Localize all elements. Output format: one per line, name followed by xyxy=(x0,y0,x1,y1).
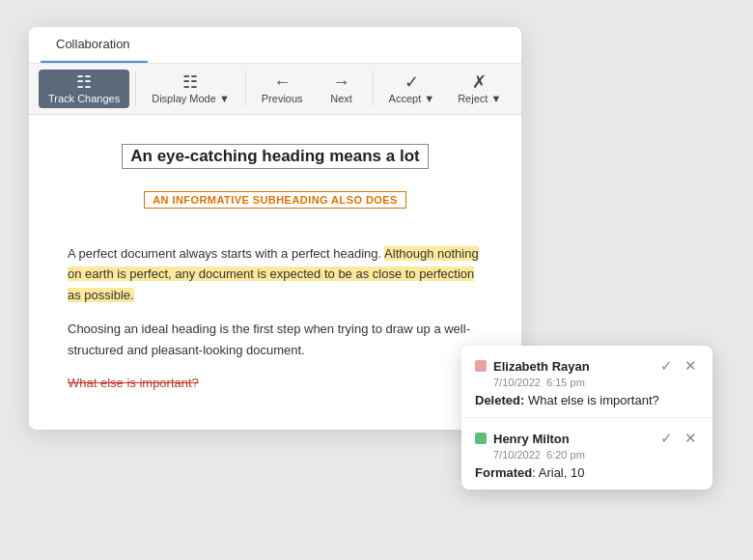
document-card: Collaboration ☷ Track Changes ☷ Display … xyxy=(29,27,521,430)
separator-3 xyxy=(373,71,374,106)
comment-body-henry: Formated: Arial, 10 xyxy=(475,465,699,480)
previous-icon: ← xyxy=(273,73,291,91)
comment-type-henry: Formated xyxy=(475,465,532,480)
author-name-henry: Henry Milton xyxy=(493,432,570,446)
accept-comment-elizabeth[interactable]: ✓ xyxy=(658,357,675,375)
comment-actions-henry: ✓ ✕ xyxy=(658,430,699,447)
comment-content-elizabeth: What else is important? xyxy=(528,393,659,407)
heading-wrapper: An eye-catching heading means a lot xyxy=(68,144,483,181)
separator-2 xyxy=(245,71,246,106)
track-changes-label: Track Changes xyxy=(48,93,120,104)
comment-author-henry: Henry Milton xyxy=(475,432,570,446)
accept-comment-henry[interactable]: ✓ xyxy=(658,430,675,447)
next-label: Next xyxy=(330,93,352,104)
accept-icon: ✓ xyxy=(404,73,419,91)
author-dot-elizabeth xyxy=(475,360,487,372)
author-name-elizabeth: Elizabeth Rayan xyxy=(493,359,590,374)
reject-icon: ✗ xyxy=(472,73,487,91)
tab-label: Collaboration xyxy=(56,37,130,51)
comment-item-elizabeth: Elizabeth Rayan ✓ ✕ 7/10/2022 6:15 pm De… xyxy=(461,346,712,418)
comment-actions-elizabeth: ✓ ✕ xyxy=(658,357,699,375)
comment-body-elizabeth: Deleted: What else is important? xyxy=(475,393,699,407)
next-button[interactable]: → Next xyxy=(317,70,367,108)
previous-button[interactable]: ← Previous xyxy=(252,70,313,108)
comment-card: Elizabeth Rayan ✓ ✕ 7/10/2022 6:15 pm De… xyxy=(461,346,712,490)
display-mode-label: Display Mode xyxy=(152,93,216,104)
tab-bar: Collaboration xyxy=(29,27,521,64)
tab-collaboration[interactable]: Collaboration xyxy=(41,27,148,63)
deleted-link-wrapper: What else is important? xyxy=(68,374,483,391)
paragraph-1: A perfect document always starts with a … xyxy=(68,243,483,305)
accept-label: Accept xyxy=(389,93,422,104)
accept-button[interactable]: ✓ Accept ▼ xyxy=(379,70,445,108)
document-content: An eye-catching heading means a lot AN I… xyxy=(29,115,521,430)
reject-comment-elizabeth[interactable]: ✕ xyxy=(683,357,699,375)
next-icon: → xyxy=(333,73,350,91)
comment-header-henry: Henry Milton ✓ ✕ xyxy=(475,430,699,447)
previous-label: Previous xyxy=(262,93,303,104)
reject-label: Reject xyxy=(458,93,488,104)
display-mode-icon: ☷ xyxy=(182,73,198,91)
deleted-link: What else is important? xyxy=(68,376,199,390)
comment-item-henry: Henry Milton ✓ ✕ 7/10/2022 6:20 pm Forma… xyxy=(461,418,712,490)
track-changes-button[interactable]: ☷ Track Changes xyxy=(39,70,129,108)
paragraph1-before: A perfect document always starts with a … xyxy=(68,246,384,261)
comment-header-elizabeth: Elizabeth Rayan ✓ ✕ xyxy=(475,357,699,375)
comment-author-elizabeth: Elizabeth Rayan xyxy=(475,359,590,374)
document-subheading: AN INFORMATIVE SUBHEADING ALSO DOES xyxy=(144,191,406,209)
reject-button[interactable]: ✗ Reject ▼ xyxy=(448,70,511,108)
comment-type-elizabeth: Deleted: xyxy=(475,393,524,407)
document-heading: An eye-catching heading means a lot xyxy=(122,144,428,169)
author-dot-henry xyxy=(475,433,487,444)
track-changes-icon: ☷ xyxy=(76,73,92,91)
paragraph-2: Choosing an ideal heading is the first s… xyxy=(68,319,483,360)
comment-content-henry: Arial, 10 xyxy=(539,465,585,480)
toolbar: ☷ Track Changes ☷ Display Mode ▼ ← Previ… xyxy=(29,64,521,115)
display-mode-button[interactable]: ☷ Display Mode ▼ xyxy=(142,70,239,108)
comment-date-elizabeth: 7/10/2022 6:15 pm xyxy=(493,377,699,388)
reject-comment-henry[interactable]: ✕ xyxy=(683,430,699,447)
separator-1 xyxy=(135,71,136,106)
subheading-wrapper: AN INFORMATIVE SUBHEADING ALSO DOES xyxy=(68,190,483,226)
comment-date-henry: 7/10/2022 6:20 pm xyxy=(493,449,699,461)
